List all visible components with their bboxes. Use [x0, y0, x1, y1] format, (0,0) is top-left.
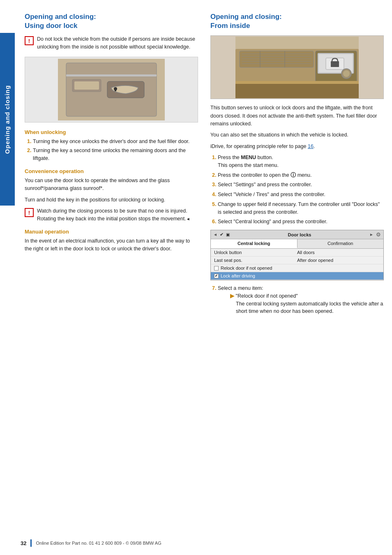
step-6: Select "Central locking" and press the c… [218, 218, 384, 226]
steps-list: Press the MENU button. This opens the st… [210, 154, 384, 226]
menu-bold: MENU [241, 155, 256, 160]
step-4: Select "Vehicle / Tires" and press the c… [218, 191, 384, 199]
step-7-sub-text: The central locking system automatically… [230, 300, 384, 316]
step-1-sub: This opens the start menu. [218, 162, 279, 168]
door-locks-row-1: Unlock button All doors [211, 249, 383, 257]
nav-left-arrow: ◄ [213, 232, 217, 237]
right-section-title: Opening and closing:From inside [210, 12, 384, 30]
step-7: Select a menu item: ▶ "Relock door if no… [218, 284, 384, 315]
side-tab: Opening and closing [0, 33, 15, 206]
lock-driving-checkbox[interactable]: ✔ [214, 274, 219, 278]
step-3: Select "Settings" and press the controll… [218, 181, 384, 189]
step-1: Press the MENU button. This opens the st… [218, 154, 384, 169]
svg-rect-26 [235, 84, 359, 98]
unlock-step-1: Turning the key once unlocks the driver'… [33, 138, 198, 146]
left-column: Opening and closing:Using door lock ! Do… [25, 12, 198, 256]
door-handle-image [25, 57, 198, 123]
svg-rect-8 [66, 74, 157, 76]
unlock-step-2: Turning the key a second time unlocks th… [33, 147, 198, 162]
svg-rect-23 [331, 61, 339, 67]
lock-driving-label: Lock after driving [221, 273, 255, 278]
left-section-title: Opening and closing:Using door lock [25, 12, 198, 30]
warning-icon-1: ! [25, 36, 34, 45]
bullet-arrow: ▶ [230, 293, 234, 299]
svg-rect-7 [74, 81, 99, 90]
header-icon: ▣ [226, 232, 230, 237]
door-locks-header: ◄ ✔ ▣ Door locks ► ⚙ [211, 230, 383, 239]
door-locks-ui: ◄ ✔ ▣ Door locks ► ⚙ Central locking Con… [210, 230, 384, 280]
manual-op-heading: Manual operation [25, 229, 198, 235]
gear-icon: ⚙ [376, 231, 381, 238]
main-content: Opening and closing:Using door lock ! Do… [21, 0, 392, 343]
footer-text: Online Edition for Part no. 01 41 2 600 … [36, 541, 161, 546]
tab-confirmation[interactable]: Confirmation [297, 239, 384, 248]
page-number: 32 [21, 540, 26, 546]
warning-icon-2: ! [25, 208, 34, 217]
from-inside-intro: This button serves to unlock or lock doo… [210, 104, 384, 128]
step-2: Press the controller to open the ⓘ menu. [218, 171, 384, 179]
svg-rect-4 [115, 89, 116, 91]
step-5: Change to upper field if necessary. Turn… [218, 201, 384, 216]
svg-point-25 [343, 70, 350, 77]
convenience-text-2: Turn and hold the key in the positions f… [25, 196, 198, 204]
unlock-button-label: Unlock button [214, 250, 297, 255]
interior-image [210, 35, 384, 99]
right-column: Opening and closing:From inside [210, 12, 384, 319]
step-7-list: Select a menu item: ▶ "Relock door if no… [210, 284, 384, 315]
tab-central-locking[interactable]: Central locking [211, 239, 297, 248]
unlock-button-value: All doors [297, 250, 380, 255]
step-7-bullet: ▶ "Relock door if not opened" The centra… [218, 292, 384, 315]
i-menu: ⓘ [291, 172, 296, 178]
when-unlocking-list: Turning the key once unlocks the driver'… [25, 138, 198, 162]
idrive-page-link[interactable]: 16 [308, 143, 314, 149]
door-locks-title: Door locks [232, 232, 367, 237]
relock-checkbox-row: Relock door if not opened [211, 264, 383, 272]
door-locks-tabs: Central locking Confirmation [211, 239, 383, 249]
door-locks-row-2: Last seat pos. After door opened [211, 257, 383, 264]
when-unlocking-heading: When unlocking [25, 129, 198, 135]
two-column-layout: Opening and closing:Using door lock ! Do… [25, 12, 384, 319]
relock-label: Relock door if not opened [221, 266, 272, 271]
door-handle-svg [58, 59, 165, 120]
last-seat-value: After door opened [297, 258, 380, 263]
relock-checkbox[interactable] [214, 266, 219, 271]
last-seat-label: Last seat pos. [214, 258, 297, 263]
warning-box-1: ! Do not lock the vehicle from the outsi… [25, 35, 198, 51]
convenience-text-1: You can use the door lock to operate the… [25, 177, 198, 193]
svg-rect-27 [235, 81, 359, 84]
interior-svg [235, 37, 359, 98]
footer-bar [30, 539, 32, 547]
side-tab-label: Opening and closing [4, 85, 11, 153]
convenience-heading: Convenience operation [25, 168, 198, 174]
nav-right-arrow: ► [369, 232, 374, 237]
check-icon: ✔ [220, 232, 224, 237]
idrive-ref: iDrive, for operating principle refer to… [210, 143, 384, 150]
from-inside-set-text: You can also set the situations in which… [210, 131, 384, 139]
warning-box-2: ! Watch during the closing process to be… [25, 207, 198, 223]
warning-text-2: Watch during the closing process to be s… [37, 207, 198, 223]
lock-after-driving-row: ✔ Lock after driving [211, 272, 383, 280]
manual-op-text: In the event of an electrical malfunctio… [25, 237, 198, 253]
warning-text-1: Do not lock the vehicle from the outside… [37, 35, 198, 51]
footer: 32 Online Edition for Part no. 01 41 2 6… [21, 539, 384, 547]
svg-rect-11 [240, 51, 314, 67]
